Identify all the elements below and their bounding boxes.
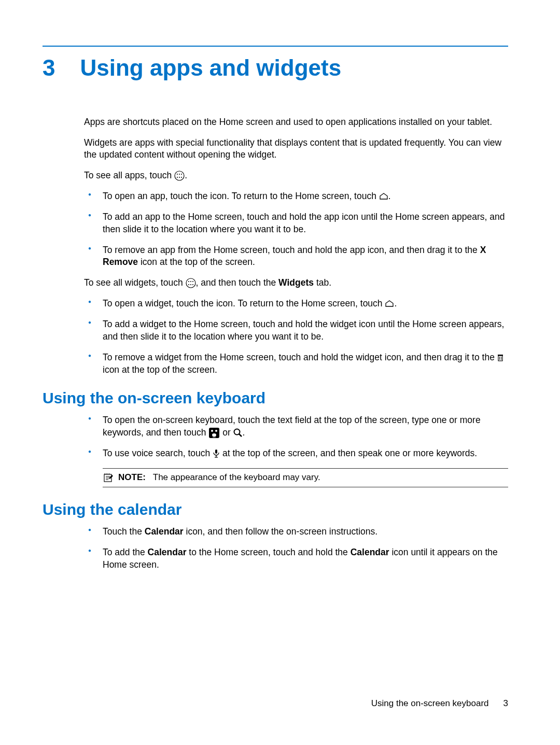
note-content: NOTE: The appearance of the keyboard may… <box>118 472 320 484</box>
baidu-search-icon: du <box>208 427 220 439</box>
note-label: NOTE: <box>118 472 146 482</box>
text: . <box>185 170 187 180</box>
svg-line-24 <box>239 434 242 437</box>
text: To open the on-screen keyboard, touch th… <box>103 415 481 438</box>
text: icon at the top of the screen. <box>103 364 217 375</box>
svg-point-11 <box>188 284 189 285</box>
section-heading-calendar: Using the calendar <box>43 501 508 518</box>
svg-point-20 <box>215 430 217 432</box>
list-item: To use voice search, touch at the top of… <box>84 447 508 460</box>
list-item: To remove a widget from the Home screen,… <box>84 352 508 376</box>
top-rule <box>43 46 508 47</box>
list-item: To open a widget, touch the icon. To ret… <box>84 298 508 310</box>
svg-point-8 <box>188 281 189 282</box>
calendar-bullet-list: Touch the Calendar icon, and then follow… <box>84 526 508 571</box>
trash-icon <box>497 351 503 363</box>
intro-para-2: Widgets are apps with special functional… <box>84 137 508 161</box>
calendar-label: Calendar <box>145 526 184 537</box>
calendar-label: Calendar <box>351 547 389 557</box>
text: icon at the top of the screen. <box>138 257 255 267</box>
chapter-heading: 3 Using apps and widgets <box>43 56 508 80</box>
text: To remove a widget from the Home screen,… <box>103 352 497 362</box>
note-text: The appearance of the keyboard may vary. <box>153 472 320 482</box>
svg-point-10 <box>192 281 193 282</box>
microphone-icon <box>213 447 220 460</box>
svg-point-1 <box>177 174 178 175</box>
svg-point-13 <box>192 284 193 285</box>
all-apps-icon <box>174 170 185 182</box>
text: . <box>394 298 397 308</box>
list-item: To add the Calendar to the Home screen, … <box>84 546 508 571</box>
note-box: NOTE: The appearance of the keyboard may… <box>103 468 508 487</box>
chapter-number: 3 <box>43 57 55 79</box>
svg-point-9 <box>190 281 191 282</box>
list-item: To remove an app from the Home screen, t… <box>84 244 508 269</box>
text: To use voice search, touch <box>103 448 213 458</box>
note-icon <box>103 471 114 483</box>
text: To remove an app from the Home screen, t… <box>103 245 480 255</box>
chapter-title: Using apps and widgets <box>80 56 341 80</box>
text: To add the <box>103 547 148 557</box>
list-item: To open the on-screen keyboard, touch th… <box>84 414 508 439</box>
text: or <box>220 427 233 438</box>
text: . <box>243 427 245 438</box>
svg-rect-25 <box>215 449 217 454</box>
svg-rect-14 <box>498 356 502 361</box>
text: . <box>388 191 391 201</box>
widgets-tab-label: Widgets <box>278 277 314 288</box>
svg-point-23 <box>234 429 240 434</box>
text: , and then touch the <box>196 277 279 288</box>
keyboard-body: To open the on-screen keyboard, touch th… <box>84 414 508 487</box>
svg-point-6 <box>181 177 182 178</box>
list-item: To add a widget to the Home screen, touc… <box>84 318 508 343</box>
page-footer: Using the on-screen keyboard 3 <box>371 698 508 709</box>
text: To see all widgets, touch <box>84 277 186 288</box>
svg-point-4 <box>177 177 178 178</box>
all-apps-icon <box>186 277 196 289</box>
text: Touch the <box>103 526 145 537</box>
section-heading-keyboard: Using the on-screen keyboard <box>43 389 508 407</box>
footer-page-number: 3 <box>503 698 508 709</box>
intro-para-1: Apps are shortcuts placed on the Home sc… <box>84 116 508 129</box>
body: Apps are shortcuts placed on the Home sc… <box>84 116 508 376</box>
svg-point-5 <box>179 177 180 178</box>
text: To open an app, touch the icon. To retur… <box>103 191 379 201</box>
svg-point-19 <box>211 430 213 432</box>
text: to the Home screen, touch and hold the <box>187 547 351 557</box>
text: tab. <box>314 277 331 288</box>
svg-point-12 <box>190 284 191 285</box>
page: 3 Using apps and widgets Apps are shortc… <box>0 0 560 571</box>
svg-point-2 <box>179 174 180 175</box>
svg-point-3 <box>181 174 182 175</box>
home-icon <box>379 190 388 203</box>
list-item: To open an app, touch the icon. To retur… <box>84 190 508 203</box>
see-all-apps: To see all apps, touch . <box>84 170 508 182</box>
list-item: Touch the Calendar icon, and then follow… <box>84 526 508 538</box>
svg-rect-17 <box>498 355 503 356</box>
text: To see all apps, touch <box>84 170 174 180</box>
calendar-body: Touch the Calendar icon, and then follow… <box>84 526 508 571</box>
text: To open a widget, touch the icon. To ret… <box>103 298 385 308</box>
svg-point-0 <box>175 171 184 180</box>
magnifier-icon <box>233 427 243 439</box>
apps-bullet-list: To open an app, touch the icon. To retur… <box>84 190 508 269</box>
see-all-widgets: To see all widgets, touch , and then tou… <box>84 277 508 289</box>
list-item: To add an app to the Home screen, touch … <box>84 211 508 235</box>
text: at the top of the screen, and then speak… <box>222 448 477 458</box>
calendar-label: Calendar <box>148 547 187 557</box>
svg-point-7 <box>186 278 195 288</box>
footer-section-title: Using the on-screen keyboard <box>371 698 489 709</box>
text: icon, and then follow the on-screen inst… <box>184 526 378 537</box>
keyboard-bullet-list: To open the on-screen keyboard, touch th… <box>84 414 508 460</box>
widgets-bullet-list: To open a widget, touch the icon. To ret… <box>84 298 508 376</box>
home-icon <box>385 298 394 310</box>
svg-text:du: du <box>213 435 216 438</box>
